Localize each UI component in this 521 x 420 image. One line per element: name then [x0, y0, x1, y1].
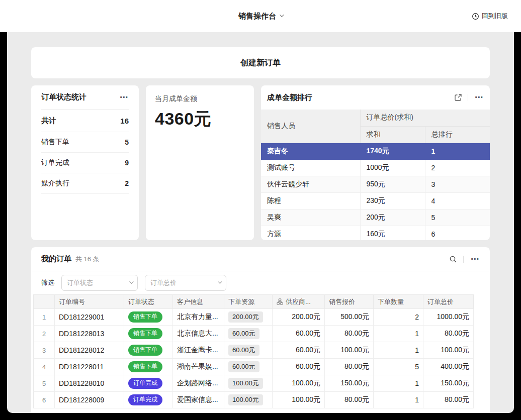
ranking-table: 销售人员 订单总价(求和) 求和 总排行 秦吉冬 1740元 1 — [261, 110, 490, 240]
person-sum: 160元 — [360, 226, 425, 240]
ranking-card-header: 成单金额排行 ⋯ — [261, 85, 490, 110]
supplier-cell: 200.00元 — [273, 309, 325, 326]
table-row[interactable]: 5 DD181228010 订单完成 企划路网络... 100.00元 100.… — [34, 375, 474, 392]
status-label: 媒介执行 — [41, 179, 69, 188]
order-no-cell: DD181228010 — [55, 375, 124, 392]
status-badge: 订单完成 — [128, 394, 162, 405]
row-index: 5 — [34, 375, 55, 392]
column-header-quote[interactable]: 销售报价 — [325, 295, 374, 309]
qty-cell: 1 — [374, 375, 423, 392]
column-header-total[interactable]: 订单总价 — [423, 295, 474, 309]
ranking-row-selected[interactable]: 秦吉冬 1740元 1 — [261, 143, 490, 159]
person-name: 吴爽 — [261, 209, 360, 226]
column-header-resource[interactable]: 下单资源 — [224, 295, 273, 309]
quote-cell: 80.00元 — [325, 326, 374, 342]
column-header-status[interactable]: 订单状态 — [124, 295, 173, 309]
more-icon[interactable]: ⋯ — [474, 92, 484, 102]
qty-cell: 5 — [374, 359, 423, 375]
status-value: 16 — [120, 117, 129, 125]
person-rank: 6 — [425, 226, 490, 240]
select-placeholder: 订单状态 — [67, 278, 93, 287]
orders-table-header: 订单编号 订单状态 客户信息 下单资源 供应商... — [34, 295, 474, 309]
table-row[interactable]: 6 DD181228009 订单完成 爱国家信息... 100.00元 100.… — [34, 392, 474, 408]
ranking-card: 成单金额排行 ⋯ 销售人员 订单总价(求和) — [261, 85, 490, 240]
chevron-down-icon — [280, 13, 284, 17]
status-row-total[interactable]: 共计 16 — [41, 110, 129, 132]
status-label: 销售下单 — [41, 138, 69, 147]
customer-cell: 爱国家信息... — [173, 392, 224, 408]
status-label: 订单完成 — [41, 158, 69, 167]
status-row[interactable]: 媒介执行 2 — [41, 173, 129, 194]
status-row[interactable]: 订单完成 9 — [41, 153, 129, 173]
table-row[interactable]: 4 DD181228011 销售下单 湖南芒果娱... 60.00元 60.00… — [34, 359, 474, 375]
filter-order-total-select[interactable]: 订单总价 — [145, 275, 226, 291]
table-row[interactable]: 2 DD181228013 销售下单 北京信息大... 60.00元 60.00… — [34, 326, 474, 342]
back-to-old-version-button[interactable]: 回到旧版 — [472, 0, 508, 32]
person-name: 陈程 — [261, 192, 360, 209]
customer-cell: 企划路网络... — [173, 375, 224, 392]
content-area: 创建新订单 订单状态统计 ⋯ 共计 16 销售下单 5 订单完成 9 媒介执行 — [7, 32, 514, 413]
column-header-customer[interactable]: 客户信息 — [173, 295, 224, 309]
ranking-row[interactable]: 伙伴云魏少轩 950元 3 — [261, 176, 490, 192]
resource-tag: 200.00元 — [228, 311, 263, 323]
order-no-cell: DD181228012 — [55, 342, 124, 359]
quote-cell: 150.00元 — [325, 375, 374, 392]
ranking-row[interactable]: 陈程 230元 4 — [261, 192, 490, 209]
person-rank: 5 — [425, 209, 490, 226]
person-rank: 3 — [425, 176, 490, 192]
total-cell: 150.00元 — [423, 375, 474, 392]
select-placeholder: 订单总价 — [150, 278, 177, 287]
person-name: 测试账号 — [261, 159, 360, 176]
row-index: 6 — [34, 392, 55, 408]
row-index: 4 — [34, 359, 55, 375]
column-header-person: 销售人员 — [261, 110, 360, 143]
resource-tag: 60.00元 — [228, 345, 259, 356]
column-header-qty[interactable]: 下单数量 — [374, 295, 423, 309]
dashboard-cards-row: 订单状态统计 ⋯ 共计 16 销售下单 5 订单完成 9 媒介执行 2 — [31, 85, 490, 240]
search-icon[interactable] — [449, 255, 457, 263]
order-status-card: 订单状态统计 ⋯ 共计 16 销售下单 5 订单完成 9 媒介执行 2 — [31, 85, 139, 240]
divider — [468, 94, 468, 101]
external-link-icon[interactable] — [454, 93, 462, 101]
app-title-dropdown[interactable]: 销售操作台 — [238, 12, 283, 21]
status-row[interactable]: 销售下单 5 — [41, 132, 129, 153]
quote-cell: 80.00元 — [325, 359, 374, 375]
customer-cell: 北京有力量... — [173, 309, 224, 326]
ranking-row[interactable]: 测试账号 1000元 2 — [261, 159, 490, 176]
table-row[interactable]: 1 DD181229001 销售下单 北京有力量... 200.00元 200.… — [34, 309, 474, 326]
total-cell: 400.00元 — [423, 359, 474, 375]
customer-cell: 浙江金鹰卡... — [173, 342, 224, 359]
filter-order-status-select[interactable]: 订单状态 — [61, 275, 138, 291]
total-cell: 80.00元 — [423, 326, 474, 342]
order-no-cell: DD181228009 — [55, 392, 124, 408]
row-index: 3 — [34, 342, 55, 359]
status-badge: 订单完成 — [128, 378, 162, 389]
relation-icon — [277, 298, 283, 305]
table-row[interactable]: 3 DD181228012 销售下单 浙江金鹰卡... 60.00元 60.00… — [34, 342, 474, 359]
column-header-supplier[interactable]: 供应商... — [273, 295, 325, 309]
more-icon[interactable]: ⋯ — [119, 92, 129, 102]
ranking-row[interactable]: 方源 160元 6 — [261, 226, 490, 240]
person-name: 秦吉冬 — [261, 143, 360, 159]
person-sum: 200元 — [360, 209, 425, 226]
resource-tag: 60.00元 — [228, 361, 259, 373]
supplier-cell: 60.00元 — [273, 326, 325, 342]
column-header-order-no[interactable]: 订单编号 — [55, 295, 124, 309]
person-sum: 1000元 — [360, 159, 425, 176]
status-badge: 销售下单 — [128, 361, 162, 372]
status-label: 共计 — [41, 116, 56, 126]
row-index: 2 — [34, 326, 55, 342]
create-order-button[interactable]: 创建新订单 — [31, 47, 490, 78]
order-status-card-header: 订单状态统计 ⋯ — [41, 85, 129, 110]
qty-cell: 2 — [374, 309, 423, 326]
more-icon[interactable]: ⋯ — [470, 254, 480, 264]
person-sum: 230元 — [360, 192, 425, 209]
monthly-amount-card: 当月成单金额 4360元 — [146, 85, 254, 240]
my-orders-card: 我的订单 共 16 条 ⋯ 筛选 订单状态 订单总价 — [31, 247, 490, 413]
ranking-row[interactable]: 吴爽 200元 5 — [261, 209, 490, 226]
quote-cell: 80.00元 — [325, 392, 374, 408]
person-rank: 1 — [425, 143, 490, 159]
supplier-cell: 60.00元 — [273, 359, 325, 375]
column-header-sum: 求和 — [360, 126, 425, 143]
card-title: 我的订单 — [41, 254, 71, 264]
